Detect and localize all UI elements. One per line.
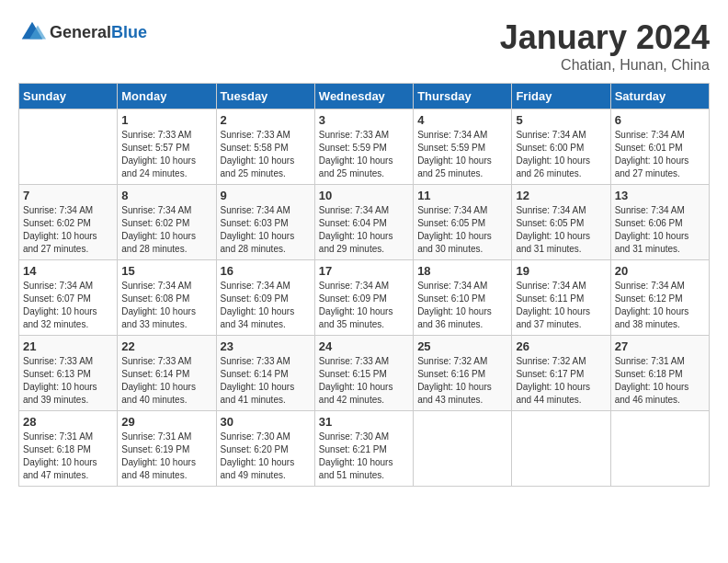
calendar-cell: 21Sunrise: 7:33 AMSunset: 6:13 PMDayligh… xyxy=(19,336,118,411)
calendar-week-row: 21Sunrise: 7:33 AMSunset: 6:13 PMDayligh… xyxy=(19,336,710,411)
day-info: Sunrise: 7:34 AMSunset: 6:09 PMDaylight:… xyxy=(319,280,409,331)
calendar-cell: 9Sunrise: 7:34 AMSunset: 6:03 PMDaylight… xyxy=(216,185,314,260)
day-info: Sunrise: 7:30 AMSunset: 6:21 PMDaylight:… xyxy=(319,431,409,482)
calendar-week-row: 1Sunrise: 7:33 AMSunset: 5:57 PMDaylight… xyxy=(19,109,710,185)
day-number: 6 xyxy=(615,113,705,127)
day-info: Sunrise: 7:34 AMSunset: 6:07 PMDaylight:… xyxy=(23,280,113,331)
calendar-cell xyxy=(19,109,118,185)
header-wednesday: Wednesday xyxy=(314,84,413,109)
calendar-cell: 8Sunrise: 7:34 AMSunset: 6:02 PMDaylight… xyxy=(118,185,216,260)
day-info: Sunrise: 7:31 AMSunset: 6:18 PMDaylight:… xyxy=(615,355,705,407)
day-info: Sunrise: 7:33 AMSunset: 6:14 PMDaylight:… xyxy=(221,355,311,407)
day-info: Sunrise: 7:32 AMSunset: 6:16 PMDaylight:… xyxy=(417,355,507,407)
calendar-cell xyxy=(414,411,512,487)
month-title: January 2024 xyxy=(500,18,710,57)
calendar-cell: 12Sunrise: 7:34 AMSunset: 6:05 PMDayligh… xyxy=(512,185,610,260)
day-info: Sunrise: 7:33 AMSunset: 5:59 PMDaylight:… xyxy=(319,129,409,180)
day-number: 16 xyxy=(221,264,311,278)
header-thursday: Thursday xyxy=(414,84,512,109)
day-number: 24 xyxy=(319,339,409,353)
day-info: Sunrise: 7:30 AMSunset: 6:20 PMDaylight:… xyxy=(221,431,311,482)
calendar-cell: 31Sunrise: 7:30 AMSunset: 6:21 PMDayligh… xyxy=(314,411,413,487)
day-number: 26 xyxy=(516,339,606,353)
header-tuesday: Tuesday xyxy=(216,84,314,109)
calendar-cell: 7Sunrise: 7:34 AMSunset: 6:02 PMDaylight… xyxy=(19,185,118,260)
day-number: 15 xyxy=(121,264,211,278)
calendar-cell: 2Sunrise: 7:33 AMSunset: 5:58 PMDaylight… xyxy=(216,109,314,185)
header-friday: Friday xyxy=(512,84,610,109)
calendar-header-row: SundayMondayTuesdayWednesdayThursdayFrid… xyxy=(19,84,710,109)
day-number: 18 xyxy=(417,264,507,278)
calendar-cell: 5Sunrise: 7:34 AMSunset: 6:00 PMDaylight… xyxy=(512,109,610,185)
calendar-cell: 26Sunrise: 7:32 AMSunset: 6:17 PMDayligh… xyxy=(512,336,610,411)
day-number: 4 xyxy=(417,113,507,127)
day-number: 7 xyxy=(23,189,113,202)
calendar-cell: 17Sunrise: 7:34 AMSunset: 6:09 PMDayligh… xyxy=(314,260,413,336)
calendar-cell: 16Sunrise: 7:34 AMSunset: 6:09 PMDayligh… xyxy=(216,260,314,336)
day-number: 1 xyxy=(121,113,211,127)
day-number: 11 xyxy=(417,189,507,202)
calendar-cell: 4Sunrise: 7:34 AMSunset: 5:59 PMDaylight… xyxy=(414,109,512,185)
day-number: 19 xyxy=(516,264,606,278)
calendar-cell: 24Sunrise: 7:33 AMSunset: 6:15 PMDayligh… xyxy=(314,336,413,411)
day-number: 13 xyxy=(615,189,705,202)
day-info: Sunrise: 7:34 AMSunset: 5:59 PMDaylight:… xyxy=(417,129,507,180)
page-header: GeneralBlue January 2024 Chatian, Hunan,… xyxy=(18,18,710,74)
day-number: 9 xyxy=(221,189,311,202)
day-number: 23 xyxy=(221,339,311,353)
day-number: 20 xyxy=(615,264,705,278)
day-info: Sunrise: 7:34 AMSunset: 6:12 PMDaylight:… xyxy=(615,280,705,331)
calendar-cell: 10Sunrise: 7:34 AMSunset: 6:04 PMDayligh… xyxy=(314,185,413,260)
day-number: 30 xyxy=(221,415,311,429)
calendar-cell xyxy=(512,411,610,487)
day-number: 25 xyxy=(417,339,507,353)
logo-blue: Blue xyxy=(111,23,147,41)
day-number: 21 xyxy=(23,339,113,353)
day-info: Sunrise: 7:34 AMSunset: 6:06 PMDaylight:… xyxy=(615,204,705,256)
calendar-cell: 6Sunrise: 7:34 AMSunset: 6:01 PMDaylight… xyxy=(610,109,709,185)
day-number: 8 xyxy=(121,189,211,202)
day-number: 2 xyxy=(221,113,311,127)
day-number: 22 xyxy=(121,339,211,353)
calendar-cell: 22Sunrise: 7:33 AMSunset: 6:14 PMDayligh… xyxy=(118,336,216,411)
calendar-week-row: 7Sunrise: 7:34 AMSunset: 6:02 PMDaylight… xyxy=(19,185,710,260)
day-info: Sunrise: 7:34 AMSunset: 6:09 PMDaylight:… xyxy=(221,280,311,331)
day-info: Sunrise: 7:34 AMSunset: 6:08 PMDaylight:… xyxy=(121,280,211,331)
calendar-cell: 1Sunrise: 7:33 AMSunset: 5:57 PMDaylight… xyxy=(118,109,216,185)
day-info: Sunrise: 7:33 AMSunset: 5:57 PMDaylight:… xyxy=(121,129,211,180)
calendar-cell: 23Sunrise: 7:33 AMSunset: 6:14 PMDayligh… xyxy=(216,336,314,411)
day-number: 14 xyxy=(23,264,113,278)
day-info: Sunrise: 7:33 AMSunset: 6:13 PMDaylight:… xyxy=(23,355,113,407)
logo-icon xyxy=(18,18,46,46)
day-info: Sunrise: 7:34 AMSunset: 6:01 PMDaylight:… xyxy=(615,129,705,180)
calendar-week-row: 28Sunrise: 7:31 AMSunset: 6:18 PMDayligh… xyxy=(19,411,710,487)
day-info: Sunrise: 7:34 AMSunset: 6:03 PMDaylight:… xyxy=(221,204,311,256)
logo: GeneralBlue xyxy=(18,18,147,46)
calendar-cell: 30Sunrise: 7:30 AMSunset: 6:20 PMDayligh… xyxy=(216,411,314,487)
calendar-cell: 11Sunrise: 7:34 AMSunset: 6:05 PMDayligh… xyxy=(414,185,512,260)
day-number: 10 xyxy=(319,189,409,202)
day-info: Sunrise: 7:32 AMSunset: 6:17 PMDaylight:… xyxy=(516,355,606,407)
location-title: Chatian, Hunan, China xyxy=(500,57,710,74)
day-number: 27 xyxy=(615,339,705,353)
day-info: Sunrise: 7:31 AMSunset: 6:19 PMDaylight:… xyxy=(121,431,211,482)
title-block: January 2024 Chatian, Hunan, China xyxy=(500,18,710,74)
logo-general: General xyxy=(50,23,111,41)
day-number: 28 xyxy=(23,415,113,429)
day-info: Sunrise: 7:34 AMSunset: 6:10 PMDaylight:… xyxy=(417,280,507,331)
calendar-cell: 25Sunrise: 7:32 AMSunset: 6:16 PMDayligh… xyxy=(414,336,512,411)
header-saturday: Saturday xyxy=(610,84,709,109)
calendar-cell: 15Sunrise: 7:34 AMSunset: 6:08 PMDayligh… xyxy=(118,260,216,336)
day-info: Sunrise: 7:34 AMSunset: 6:11 PMDaylight:… xyxy=(516,280,606,331)
calendar-table: SundayMondayTuesdayWednesdayThursdayFrid… xyxy=(18,83,710,487)
day-number: 3 xyxy=(319,113,409,127)
day-info: Sunrise: 7:34 AMSunset: 6:05 PMDaylight:… xyxy=(516,204,606,256)
day-number: 29 xyxy=(121,415,211,429)
day-info: Sunrise: 7:34 AMSunset: 6:02 PMDaylight:… xyxy=(121,204,211,256)
day-info: Sunrise: 7:33 AMSunset: 6:14 PMDaylight:… xyxy=(121,355,211,407)
day-number: 5 xyxy=(516,113,606,127)
day-info: Sunrise: 7:34 AMSunset: 6:05 PMDaylight:… xyxy=(417,204,507,256)
day-number: 12 xyxy=(516,189,606,202)
calendar-cell: 29Sunrise: 7:31 AMSunset: 6:19 PMDayligh… xyxy=(118,411,216,487)
logo-text: GeneralBlue xyxy=(50,23,147,42)
